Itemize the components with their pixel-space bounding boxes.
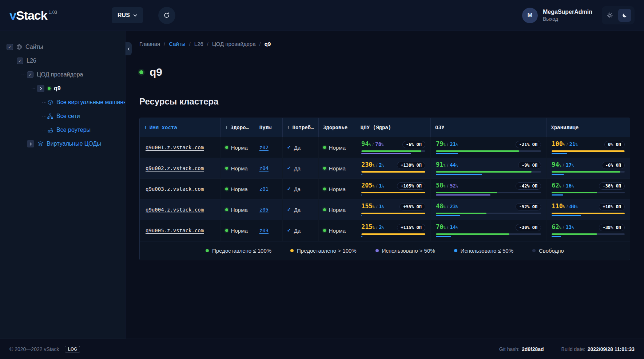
sun-icon[interactable]: [605, 12, 615, 18]
pool-link[interactable]: z03: [259, 228, 269, 233]
column-label: Имя хоста: [150, 125, 177, 130]
router-icon: [47, 127, 53, 133]
host-cell: q9u001.z.vstack.com: [140, 137, 220, 158]
host-link[interactable]: q9u004.z.vstack.com: [146, 207, 204, 213]
metric-values: 62%/13%-38% ОП: [552, 224, 625, 231]
column-header[interactable]: ↑Потребление: [282, 118, 318, 137]
provided-value: 48%: [436, 203, 446, 209]
consumption-cell: ✓Да: [282, 199, 318, 220]
language-selector[interactable]: RUS: [112, 7, 143, 23]
pool-link[interactable]: z05: [259, 207, 269, 213]
checkbox-icon[interactable]: ✓: [17, 58, 23, 64]
breadcrumb-item[interactable]: Сайты: [169, 41, 185, 47]
provided-value: 94%: [361, 141, 371, 147]
sort-arrow-icon: ↑: [225, 125, 228, 130]
overprovision-badge: -52% ОП: [516, 203, 541, 210]
footer: © 2020—2022 vStack LOG Git hash:2d6f28ad…: [0, 339, 644, 359]
ram-cell: 48%/23%-52% ОП: [431, 199, 546, 220]
logout-link[interactable]: Выход: [543, 16, 592, 22]
sidebar-collapse-button[interactable]: [126, 42, 132, 55]
breadcrumb: Главная/Сайты/L26/ЦОД провайдера/q9: [139, 41, 630, 47]
sidebar-item-all-networks[interactable]: Все сети: [0, 109, 125, 123]
provided-bar-fill: [552, 192, 597, 193]
column-header-inner: ОЗУ: [435, 125, 542, 130]
used-bar: [361, 153, 425, 154]
consumption-cell: ✓Да: [282, 178, 318, 199]
provided-bar-fill: [552, 171, 620, 173]
sidebar-item-label: Виртуальные ЦОДы: [47, 141, 101, 147]
used-bar: [361, 236, 425, 237]
checkbox-icon[interactable]: ✓: [7, 44, 13, 50]
tree-connector: [32, 88, 36, 89]
breadcrumb-item[interactable]: Главная: [139, 41, 160, 47]
metric-values: 94%/78%-6% ОП: [361, 141, 425, 148]
host-link[interactable]: q9u002.z.vstack.com: [146, 165, 204, 171]
sidebar-item-sites[interactable]: ✓Сайты: [0, 40, 125, 54]
status-dot: [225, 188, 228, 190]
used-bar-fill: [552, 215, 581, 216]
value-separator: /: [563, 162, 564, 168]
overprovision-badge: +115% ОП: [397, 224, 425, 231]
breadcrumb-item[interactable]: L26: [194, 41, 203, 47]
provided-bar: [361, 171, 425, 173]
theme-toggle[interactable]: [602, 6, 635, 24]
value-separator: /: [376, 183, 378, 189]
column-label: Здоровье: [230, 125, 250, 130]
content: Главная/Сайты/L26/ЦОД провайдера/q9 q9 Р…: [126, 31, 644, 339]
breadcrumb-item[interactable]: ЦОД провайдера: [212, 41, 256, 47]
provided-bar-fill: [436, 233, 509, 235]
chevron-right-icon[interactable]: [27, 140, 34, 147]
sidebar-item-provider-dc[interactable]: ✓ЦОД провайдера: [0, 68, 125, 82]
used-value: 21%: [450, 142, 458, 147]
used-bar-fill: [361, 236, 363, 237]
pool-link[interactable]: z01: [259, 186, 269, 192]
pool-cell: z03: [255, 220, 282, 241]
status-label: Норма: [329, 207, 346, 213]
used-bar: [552, 236, 625, 237]
column-header: Хранилище: [546, 118, 630, 137]
pool-link[interactable]: z02: [259, 145, 269, 150]
chevron-right-icon[interactable]: [37, 85, 44, 92]
sidebar-item-label: L26: [27, 58, 36, 64]
breadcrumb-separator: /: [207, 41, 208, 47]
sidebar-item-l26[interactable]: ✓L26: [0, 54, 125, 68]
health-cell: Норма: [220, 137, 255, 158]
metric-values: 230%/2%+130% ОП: [361, 162, 425, 169]
host-link[interactable]: q9u005.z.vstack.com: [146, 228, 204, 233]
column-label: ОЗУ: [435, 125, 444, 130]
check-icon: ✓: [287, 166, 291, 171]
host-link[interactable]: q9u001.z.vstack.com: [146, 145, 204, 150]
cluster-resources-table: ↑Имя хоста↑ЗдоровьеПулы↑ПотреблениеЗдоро…: [139, 118, 630, 260]
health-cell-2: Норма: [318, 178, 356, 199]
consumption-label: Да: [294, 228, 301, 234]
sidebar-item-all-routers[interactable]: Все роутеры: [0, 123, 125, 137]
sidebar-item-label: q9: [54, 85, 61, 92]
moon-icon[interactable]: [618, 9, 631, 22]
sidebar-item-q9[interactable]: q9: [0, 82, 125, 95]
used-bar-fill: [436, 194, 490, 196]
tree-connector: [21, 144, 26, 144]
used-bar-fill: [361, 194, 362, 196]
column-header[interactable]: ↑Имя хоста: [140, 118, 220, 137]
checkbox-icon[interactable]: ✓: [27, 71, 33, 78]
value-separator: /: [447, 225, 449, 230]
provided-value: 100%: [552, 141, 565, 147]
used-bar-fill: [436, 153, 458, 154]
sidebar-item-all-vms[interactable]: Все виртуальные машины: [0, 95, 125, 109]
metric-values: 48%/23%-52% ОП: [436, 203, 541, 210]
pool-link[interactable]: z04: [259, 165, 269, 171]
host-link[interactable]: q9u003.z.vstack.com: [146, 186, 204, 192]
log-badge[interactable]: LOG: [65, 346, 80, 352]
status-label: Норма: [329, 228, 346, 234]
sidebar-item-virtual-dcs[interactable]: Виртуальные ЦОДы: [0, 137, 125, 151]
value-separator: /: [447, 162, 449, 168]
column-header[interactable]: ↑Здоровье: [220, 118, 255, 137]
legend-dot: [290, 249, 294, 252]
language-label: RUS: [118, 12, 130, 19]
git-hash: Git hash:2d6f28ad: [499, 346, 544, 352]
avatar[interactable]: M: [522, 8, 538, 23]
refresh-button[interactable]: [158, 7, 175, 24]
vstack-logo[interactable]: vStack 1.03: [9, 9, 57, 21]
chevron-left-icon: [127, 47, 130, 51]
column-label: Хранилище: [551, 125, 579, 130]
